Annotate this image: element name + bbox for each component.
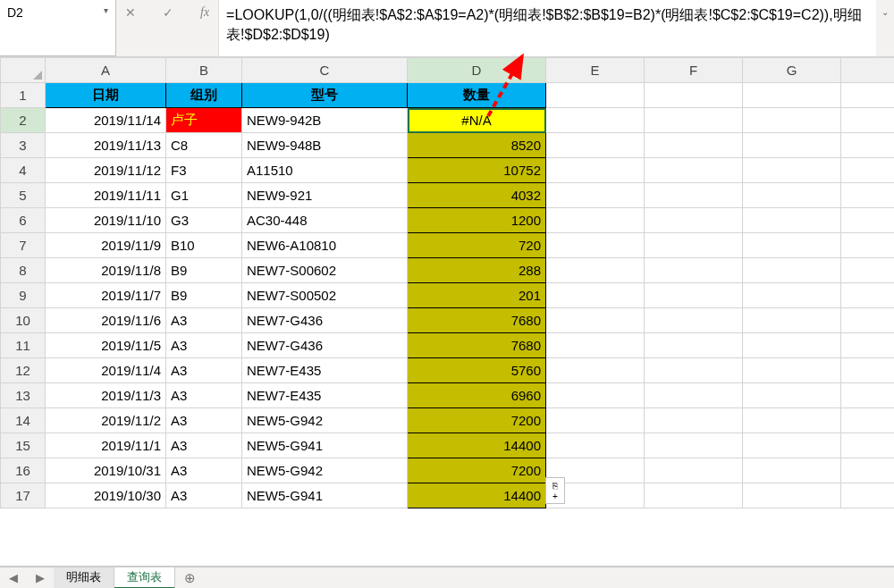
row-header[interactable]: 7: [1, 233, 46, 258]
cell[interactable]: [645, 183, 743, 208]
cell[interactable]: [546, 108, 645, 133]
cell[interactable]: [645, 483, 743, 508]
row-header[interactable]: 10: [1, 308, 46, 333]
cell-a[interactable]: 2019/11/5: [46, 333, 166, 358]
cell[interactable]: [743, 108, 841, 133]
cell[interactable]: [645, 358, 743, 383]
cell[interactable]: [841, 183, 895, 208]
cell[interactable]: [841, 158, 895, 183]
row-header[interactable]: 6: [1, 208, 46, 233]
cell[interactable]: [743, 283, 841, 308]
cell-a[interactable]: 2019/11/9: [46, 233, 166, 258]
cell[interactable]: [645, 158, 743, 183]
row-header[interactable]: 13: [1, 383, 46, 408]
add-sheet-button[interactable]: ⊕: [175, 568, 205, 588]
cell-a[interactable]: 2019/11/14: [46, 108, 166, 133]
cell-b[interactable]: C8: [166, 133, 242, 158]
cell-c[interactable]: NEW5-G941: [242, 433, 408, 458]
cell-c[interactable]: NEW9-921: [242, 183, 408, 208]
cell[interactable]: [841, 358, 895, 383]
cell[interactable]: [546, 233, 645, 258]
cell-c[interactable]: NEW5-G942: [242, 408, 408, 433]
cell-d[interactable]: 6960: [408, 383, 546, 408]
cell-d[interactable]: 14400: [408, 433, 546, 458]
col-header-g[interactable]: G: [743, 58, 841, 83]
cell[interactable]: [546, 433, 645, 458]
cell[interactable]: [743, 408, 841, 433]
cell-c[interactable]: NEW7-E435: [242, 358, 408, 383]
cell-a[interactable]: 2019/10/31: [46, 458, 166, 483]
row-header[interactable]: 3: [1, 133, 46, 158]
cell[interactable]: [841, 408, 895, 433]
cell[interactable]: [546, 83, 645, 108]
cell-c[interactable]: NEW7-G436: [242, 308, 408, 333]
col-header-a[interactable]: A: [46, 58, 166, 83]
cell-b[interactable]: A3: [166, 483, 242, 508]
cell-b[interactable]: A3: [166, 383, 242, 408]
row-header[interactable]: 2: [1, 108, 46, 133]
cell[interactable]: [743, 258, 841, 283]
cancel-icon[interactable]: ✕: [120, 5, 141, 20]
formula-expand-icon[interactable]: ⌄: [876, 0, 894, 56]
cell[interactable]: [743, 158, 841, 183]
row-header[interactable]: 12: [1, 358, 46, 383]
select-all-button[interactable]: [1, 58, 46, 83]
cell-d[interactable]: 1200: [408, 208, 546, 233]
cell-c[interactable]: NEW5-G942: [242, 458, 408, 483]
cell-a[interactable]: 2019/11/7: [46, 283, 166, 308]
cell-c[interactable]: A11510: [242, 158, 408, 183]
cell-c[interactable]: NEW5-G941: [242, 483, 408, 508]
cell-c[interactable]: NEW7-S00602: [242, 258, 408, 283]
data-header-c[interactable]: 型号: [242, 83, 408, 108]
cell[interactable]: [841, 208, 895, 233]
smart-action-button[interactable]: ⎘ +: [545, 477, 565, 504]
cell-a[interactable]: 2019/11/8: [46, 258, 166, 283]
cell[interactable]: [546, 383, 645, 408]
row-header[interactable]: 4: [1, 158, 46, 183]
cell[interactable]: [743, 458, 841, 483]
cell-d[interactable]: 288: [408, 258, 546, 283]
cell-b[interactable]: A3: [166, 408, 242, 433]
name-box[interactable]: D2 ▾: [0, 0, 116, 56]
row-header[interactable]: 8: [1, 258, 46, 283]
cell-b[interactable]: G3: [166, 208, 242, 233]
sheet-tab[interactable]: 查询表: [114, 567, 175, 589]
cell[interactable]: [645, 283, 743, 308]
cell[interactable]: [546, 333, 645, 358]
cell-c[interactable]: NEW7-E435: [242, 383, 408, 408]
row-header[interactable]: 14: [1, 408, 46, 433]
cell[interactable]: [546, 358, 645, 383]
cell-d[interactable]: 10752: [408, 158, 546, 183]
cell[interactable]: [546, 183, 645, 208]
cell-d[interactable]: 14400: [408, 483, 546, 508]
cell-a[interactable]: 2019/10/30: [46, 483, 166, 508]
cell[interactable]: [546, 283, 645, 308]
cell[interactable]: [841, 383, 895, 408]
fx-icon[interactable]: fx: [195, 5, 215, 20]
cell-d[interactable]: #N/A: [408, 108, 546, 133]
cell-b[interactable]: A3: [166, 308, 242, 333]
cell[interactable]: [546, 158, 645, 183]
cell[interactable]: [841, 258, 895, 283]
cell-d[interactable]: 201: [408, 283, 546, 308]
cell[interactable]: [743, 183, 841, 208]
cell[interactable]: [841, 108, 895, 133]
cell-d[interactable]: 7200: [408, 408, 546, 433]
cell[interactable]: [546, 208, 645, 233]
cell[interactable]: [841, 308, 895, 333]
cell-b[interactable]: 卢子: [166, 108, 242, 133]
cell-b[interactable]: G1: [166, 183, 242, 208]
cell-d[interactable]: 7680: [408, 308, 546, 333]
cell[interactable]: [743, 333, 841, 358]
row-header[interactable]: 17: [1, 483, 46, 508]
cell[interactable]: [743, 83, 841, 108]
cell[interactable]: [645, 333, 743, 358]
cell-c[interactable]: NEW9-942B: [242, 108, 408, 133]
cell[interactable]: [645, 408, 743, 433]
cell[interactable]: [546, 408, 645, 433]
cell[interactable]: [841, 83, 895, 108]
cell[interactable]: [645, 208, 743, 233]
cell-a[interactable]: 2019/11/4: [46, 358, 166, 383]
cell-a[interactable]: 2019/11/10: [46, 208, 166, 233]
col-header-b[interactable]: B: [166, 58, 242, 83]
